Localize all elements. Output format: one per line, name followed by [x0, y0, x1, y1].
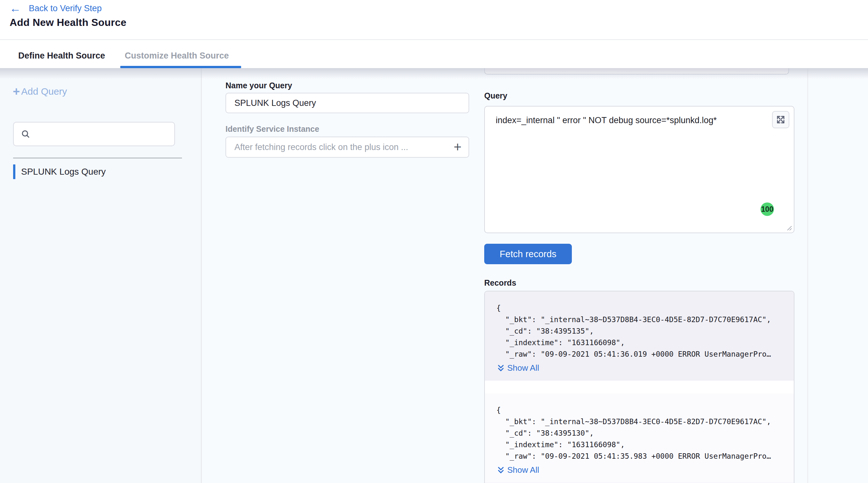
- textarea-resize-handle[interactable]: [786, 225, 793, 231]
- query-item-label: SPLUNK Logs Query: [21, 167, 106, 177]
- record-json-line: "_cd": "38:4395130",: [496, 427, 785, 439]
- add-query-button[interactable]: + Add Query: [13, 86, 67, 97]
- query-editor: index=_internal " error " NOT debug sour…: [484, 106, 795, 233]
- page-header: ← Back to Verify Step Add New Health Sou…: [0, 0, 868, 40]
- tab-define-health-source[interactable]: Define Health Source: [18, 51, 105, 61]
- tab-customize-health-source[interactable]: Customize Health Source: [125, 51, 229, 61]
- query-sidebar: + Add Query SPLUNK Logs Query: [0, 68, 201, 483]
- add-query-label: Add Query: [21, 86, 67, 97]
- right-panel-divider: [807, 68, 808, 483]
- selected-indicator-bar: [13, 164, 16, 179]
- record-card: { "_bkt": "_internal~38~D537D8B4-3EC0-4D…: [485, 393, 794, 483]
- add-health-source-page: ← Back to Verify Step Add New Health Sou…: [0, 0, 868, 483]
- double-chevron-down-icon: [498, 466, 504, 474]
- query-label: Query: [484, 91, 507, 100]
- content-area: + Add Query SPLUNK Logs Query Name your …: [0, 68, 868, 483]
- show-all-link[interactable]: Show All: [498, 363, 785, 373]
- show-all-label: Show All: [507, 363, 539, 373]
- add-service-instance-plus-icon[interactable]: +: [454, 141, 462, 154]
- show-all-label: Show All: [507, 465, 539, 475]
- identify-service-instance-label: Identify Service Instance: [225, 124, 319, 134]
- query-search-box: [13, 122, 175, 146]
- search-icon: [21, 129, 30, 139]
- search-input[interactable]: [35, 124, 174, 144]
- record-json-line: "_raw": "09-09-2021 05:41:36.019 +0000 E…: [496, 348, 785, 360]
- sidebar-item-splunk-logs-query[interactable]: SPLUNK Logs Query: [13, 164, 186, 179]
- name-query-label: Name your Query: [225, 81, 292, 90]
- records-label: Records: [484, 278, 516, 288]
- fetch-records-button[interactable]: Fetch records: [484, 244, 572, 264]
- record-json-line: "_cd": "38:4395135",: [496, 325, 785, 337]
- record-json-line: {: [496, 404, 785, 416]
- back-link-label: Back to Verify Step: [29, 3, 102, 13]
- page-title: Add New Health Source: [9, 17, 126, 28]
- active-tab-underline: [120, 66, 241, 68]
- double-chevron-down-icon: [498, 364, 504, 372]
- record-count-badge: 100: [761, 203, 774, 216]
- query-name-input[interactable]: [225, 93, 469, 113]
- back-link[interactable]: ← Back to Verify Step: [9, 3, 102, 14]
- record-json-line: "_raw": "09-09-2021 05:41:35.983 +0000 E…: [496, 450, 785, 462]
- tab-bar: Define Health Source Customize Health So…: [0, 41, 868, 68]
- expand-icon: [776, 115, 785, 124]
- plus-icon: +: [13, 87, 20, 96]
- sidebar-divider: [13, 158, 182, 158]
- expand-query-button[interactable]: [772, 111, 789, 128]
- service-instance-field: +: [225, 137, 469, 158]
- record-json-line: "_indextime": "1631166098",: [496, 337, 785, 348]
- query-textarea[interactable]: index=_internal " error " NOT debug sour…: [485, 107, 794, 233]
- record-json-line: "_bkt": "_internal~38~D537D8B4-3EC0-4D5E…: [496, 416, 785, 427]
- show-all-link[interactable]: Show All: [498, 465, 785, 475]
- record-card: { "_bkt": "_internal~38~D537D8B4-3EC0-4D…: [485, 292, 794, 381]
- record-json-line: "_bkt": "_internal~38~D537D8B4-3EC0-4D5E…: [496, 314, 785, 325]
- back-arrow-icon: ←: [9, 3, 21, 14]
- record-json-line: {: [496, 302, 785, 314]
- record-json-line: "_indextime": "1631166098",: [496, 439, 785, 450]
- service-instance-input[interactable]: [235, 142, 454, 152]
- sidebar-right-divider: [201, 68, 202, 483]
- records-container: { "_bkt": "_internal~38~D537D8B4-3EC0-4D…: [484, 291, 795, 483]
